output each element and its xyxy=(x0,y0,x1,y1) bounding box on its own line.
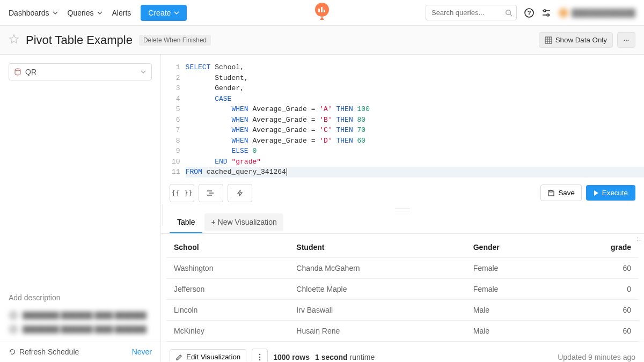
runtime-label: runtime xyxy=(350,353,375,361)
add-description-link[interactable]: Add description xyxy=(0,289,160,306)
sliders-icon xyxy=(541,8,551,18)
svg-point-30 xyxy=(259,356,261,358)
table-cell: Female xyxy=(466,278,559,299)
table-cell: Washington xyxy=(166,257,289,278)
edit-visualization-button[interactable]: Edit Visualization xyxy=(170,349,246,361)
chevron-down-icon xyxy=(53,10,58,16)
autocomplete-button[interactable] xyxy=(228,184,252,202)
table-row[interactable]: LincolnIrv BaswallMale60 xyxy=(166,299,639,320)
table-cell: McKinley xyxy=(166,320,289,341)
table-cell: Lincoln xyxy=(166,299,289,320)
sql-editor[interactable]: 1234567891011 SELECT School, Student, Ge… xyxy=(161,62,644,178)
column-header[interactable]: Gender xyxy=(466,237,559,258)
table-cell: Chanda McGahern xyxy=(289,257,465,278)
button-label: Create xyxy=(148,9,171,17)
user-menu[interactable]: ████████████ xyxy=(559,8,635,18)
datasource-select[interactable]: QR xyxy=(9,63,152,80)
favorite-toggle[interactable] xyxy=(9,34,19,46)
table-cell: Irv Baswall xyxy=(289,299,465,320)
nav-label: Dashboards xyxy=(9,9,49,17)
table-cell: Male xyxy=(466,320,559,341)
table-row[interactable]: JeffersonChloette MapleFemale0 xyxy=(166,278,639,299)
svg-point-19 xyxy=(627,39,628,40)
table-row[interactable]: WashingtonChanda McGahernFemale60 xyxy=(166,257,639,278)
more-menu-button[interactable] xyxy=(617,32,635,48)
tag-badge[interactable]: Delete When Finished xyxy=(139,35,211,46)
dots-horizontal-icon xyxy=(623,36,630,44)
chevron-down-icon xyxy=(97,10,103,16)
lightning-icon xyxy=(236,189,244,197)
table-cell: Female xyxy=(466,257,559,278)
refresh-label: Refresh Schedule xyxy=(19,348,79,356)
svg-rect-1 xyxy=(318,9,320,12)
editor-gutter: 1234567891011 xyxy=(161,62,186,178)
viz-more-button[interactable] xyxy=(252,349,268,362)
table-cell: Jefferson xyxy=(166,278,289,299)
row-count: 1000 rows xyxy=(273,353,310,361)
results-table: SchoolStudentGendergradeWashingtonChanda… xyxy=(166,237,639,342)
query-panel: 1234567891011 SELECT School, Student, Ge… xyxy=(161,55,644,361)
params-button[interactable]: {{ }} xyxy=(170,184,194,202)
table-cell: 60 xyxy=(559,320,639,341)
activity-row: ████████ ███████ ████ ███████ xyxy=(9,322,152,336)
activity-log: ████████ ███████ ████ ███████ ████████ █… xyxy=(0,306,160,342)
show-data-only-button[interactable]: Show Data Only xyxy=(539,32,613,48)
table-cell: Chloette Maple xyxy=(289,278,465,299)
results-footer: Edit Visualization 1000 rows 1 second ru… xyxy=(161,342,644,362)
save-icon xyxy=(547,189,555,197)
star-icon xyxy=(9,34,19,45)
expand-icon[interactable] xyxy=(636,237,641,241)
viz-tabs: Table + New Visualization xyxy=(161,211,644,234)
svg-point-20 xyxy=(15,69,20,71)
chevron-down-icon xyxy=(141,69,146,75)
table-cell: 60 xyxy=(559,299,639,320)
search-icon xyxy=(505,9,513,17)
format-button[interactable] xyxy=(199,184,223,202)
table-cell: 0 xyxy=(559,278,639,299)
top-nav: Dashboards Queries Alerts Create ? █████… xyxy=(0,0,644,26)
left-sidebar: QR Add description ████████ ███████ ████… xyxy=(0,55,161,361)
nav-queries[interactable]: Queries xyxy=(68,9,103,17)
refresh-icon xyxy=(9,348,16,356)
help-button[interactable]: ? xyxy=(524,8,534,18)
edit-icon xyxy=(175,353,183,361)
column-header[interactable]: School xyxy=(166,237,289,258)
dots-vertical-icon xyxy=(259,353,261,361)
play-icon xyxy=(594,190,599,196)
column-header[interactable]: grade xyxy=(559,237,639,258)
table-row[interactable]: McKinleyHusain ReneMale60 xyxy=(166,320,639,341)
svg-point-18 xyxy=(626,39,627,40)
table-cell: Male xyxy=(466,299,559,320)
svg-rect-2 xyxy=(321,7,323,12)
tab-add-visualization[interactable]: + New Visualization xyxy=(204,213,283,231)
activity-row: ████████ ███████ ████ ███████ xyxy=(9,308,152,322)
svg-point-25 xyxy=(637,237,638,238)
chevron-down-icon xyxy=(174,10,179,16)
button-label: Save xyxy=(558,189,574,197)
svg-point-28 xyxy=(640,240,641,241)
execute-button[interactable]: Execute xyxy=(586,185,635,201)
nav-label: Alerts xyxy=(112,9,131,17)
help-icon: ? xyxy=(524,8,534,18)
svg-point-9 xyxy=(544,10,546,12)
nav-dashboards[interactable]: Dashboards xyxy=(9,9,58,17)
search-input[interactable] xyxy=(426,5,517,20)
settings-button[interactable] xyxy=(541,8,551,18)
refresh-value-link[interactable]: Never xyxy=(132,348,152,356)
main-area: QR Add description ████████ ███████ ████… xyxy=(0,55,644,361)
column-header[interactable]: Student xyxy=(289,237,465,258)
datasource-label: QR xyxy=(25,68,36,76)
nav-label: Queries xyxy=(68,9,94,17)
database-icon xyxy=(14,68,21,76)
svg-line-5 xyxy=(510,14,513,16)
tab-table[interactable]: Table xyxy=(170,211,202,233)
create-button[interactable]: Create xyxy=(141,5,187,21)
nav-alerts[interactable]: Alerts xyxy=(112,9,131,17)
split-handle[interactable] xyxy=(161,209,644,211)
svg-point-31 xyxy=(259,359,261,360)
app-logo[interactable] xyxy=(314,2,330,23)
last-updated: Updated 9 minutes ago xyxy=(558,353,635,361)
page-title[interactable]: Pivot Table Example xyxy=(26,33,133,47)
editor-code[interactable]: SELECT School, Student, Gender, CASE WHE… xyxy=(186,62,644,178)
save-button[interactable]: Save xyxy=(540,184,581,201)
